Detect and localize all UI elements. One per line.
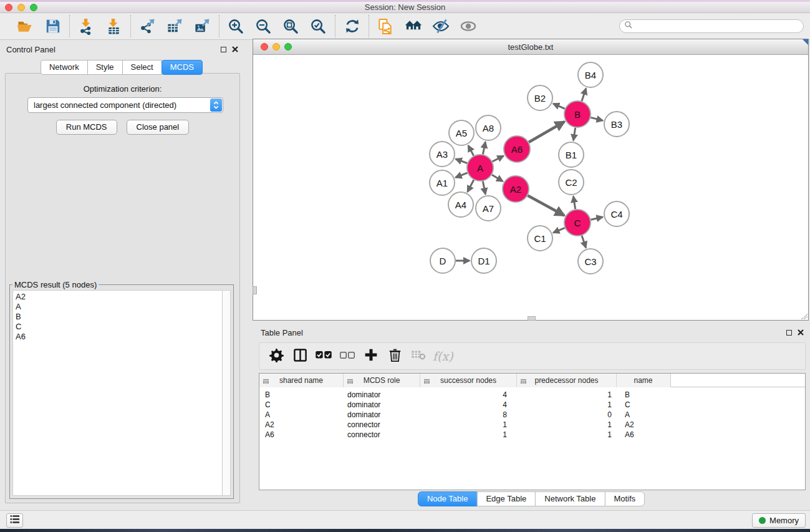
- column-header-successor-nodes[interactable]: successor nodes: [420, 374, 517, 387]
- zoom-in-button[interactable]: [226, 17, 246, 36]
- close-panel-action-button[interactable]: Close panel: [127, 120, 190, 135]
- import-table-button[interactable]: [104, 17, 123, 36]
- graph-edge-B-B1[interactable]: [573, 128, 575, 141]
- network-canvas[interactable]: AA1A2A3A4A5A6A7A8BB1B2B3B4CC1C2C3C4DD1: [253, 56, 808, 320]
- graph-edge-C-C2[interactable]: [573, 196, 575, 210]
- save-session-button[interactable]: [43, 17, 62, 36]
- clone-network-button[interactable]: [376, 17, 395, 36]
- table-panel: Table Panel f(x) shared nameMCDS rolesuc…: [253, 323, 810, 510]
- dropdown-stepper-icon: [210, 99, 222, 112]
- float-panel-button[interactable]: [221, 47, 226, 52]
- graph-edge-B-B3[interactable]: [591, 117, 602, 120]
- table-row[interactable]: Adominator80A: [259, 410, 805, 420]
- table-float-panel-button[interactable]: [786, 330, 792, 336]
- column-header-shared-name[interactable]: shared name: [259, 374, 344, 387]
- search-input[interactable]: [633, 21, 803, 32]
- column-type-icon: [347, 377, 354, 386]
- graph-edge-B-B4[interactable]: [582, 89, 586, 101]
- import-network-button[interactable]: [77, 17, 96, 36]
- graph-edge-A-A7[interactable]: [483, 181, 485, 195]
- graph-node-label-A4: A4: [455, 200, 466, 210]
- criterion-dropdown[interactable]: largest connected component (directed): [27, 97, 223, 113]
- add-row-button[interactable]: [359, 348, 383, 364]
- table-cell: dominator: [344, 410, 420, 420]
- table-settings-icon: [269, 348, 284, 365]
- table-settings-button[interactable]: [264, 348, 288, 365]
- table-row[interactable]: Bdominator41B: [259, 390, 805, 400]
- tab-select[interactable]: Select: [122, 60, 162, 75]
- graph-node-label-A5: A5: [456, 128, 467, 138]
- zoom-fit-icon: [282, 18, 299, 35]
- tab-style[interactable]: Style: [87, 60, 123, 75]
- application-window: Session: New Session Control Panel Netwo…: [0, 0, 810, 532]
- graph-edge-A-A1[interactable]: [455, 173, 467, 178]
- graph-node-label-B3: B3: [611, 119, 622, 130]
- tab-edge-table[interactable]: Edge Table: [476, 491, 536, 506]
- tab-motifs[interactable]: Motifs: [604, 491, 645, 506]
- graph-edge-A-A8[interactable]: [483, 142, 485, 155]
- graph-edge-C-C3[interactable]: [582, 236, 586, 248]
- tab-node-table[interactable]: Node Table: [418, 491, 478, 506]
- network-window-titlebar[interactable]: testGlobe.txt: [253, 39, 808, 55]
- hide-selected-button[interactable]: [431, 17, 450, 36]
- column-header-mcds-role[interactable]: MCDS role: [344, 374, 420, 387]
- zoom-selected-button[interactable]: [309, 17, 328, 36]
- close-panel-button[interactable]: [232, 46, 238, 52]
- refresh-layout-button[interactable]: [342, 17, 362, 36]
- horizontal-scrollbar-toggle[interactable]: [528, 316, 536, 321]
- close-window-button[interactable]: [5, 4, 12, 11]
- column-header-name[interactable]: name: [617, 374, 670, 387]
- table-row[interactable]: A6connector11A6: [259, 430, 805, 440]
- select-all-rows-button[interactable]: [312, 349, 335, 364]
- run-mcds-button[interactable]: Run MCDS: [56, 120, 117, 135]
- zoom-window-button[interactable]: [30, 4, 37, 11]
- result-list-scrollbar[interactable]: [222, 291, 230, 495]
- vertical-scrollbar-toggle[interactable]: [253, 286, 257, 294]
- zoom-fit-button[interactable]: [281, 17, 301, 36]
- graph-edge-A6-B[interactable]: [529, 122, 564, 142]
- graph-edge-B-B2[interactable]: [553, 104, 565, 109]
- delete-row-button[interactable]: [383, 347, 407, 365]
- network-window-title: testGlobe.txt: [508, 42, 554, 52]
- graph-edge-C-C1[interactable]: [553, 228, 564, 233]
- search-box[interactable]: [619, 19, 804, 33]
- table-row[interactable]: A2connector11A2: [259, 420, 805, 430]
- netwin-zoom-button[interactable]: [284, 43, 292, 51]
- export-image-button[interactable]: [193, 17, 212, 36]
- tab-network-table[interactable]: Network Table: [535, 491, 605, 506]
- graph-edge-C-C4[interactable]: [591, 217, 602, 220]
- minimize-window-button[interactable]: [17, 4, 25, 11]
- mcds-result-item[interactable]: B: [13, 312, 221, 322]
- mcds-result-item[interactable]: C: [13, 322, 221, 332]
- graph-edge-A2-C[interactable]: [528, 196, 564, 216]
- netwin-close-button[interactable]: [261, 43, 268, 51]
- show-columns-button[interactable]: [288, 348, 312, 365]
- table-close-panel-button[interactable]: [798, 329, 804, 336]
- table-row[interactable]: Cdominator41C: [259, 400, 805, 410]
- mcds-result-list[interactable]: A2ABCA6: [12, 290, 231, 496]
- tab-mcds[interactable]: MCDS: [162, 60, 203, 75]
- column-header-predecessor-nodes[interactable]: predecessor nodes: [517, 374, 617, 387]
- graph-edge-A-A3[interactable]: [456, 159, 468, 163]
- graph-edge-A-A5[interactable]: [468, 145, 474, 155]
- show-all-button[interactable]: [458, 17, 478, 36]
- task-history-button[interactable]: [6, 513, 23, 528]
- open-session-button[interactable]: [16, 17, 35, 36]
- first-neighbors-button[interactable]: [403, 17, 423, 36]
- graph-node-label-B2: B2: [534, 93, 546, 104]
- graph-edge-A-A6[interactable]: [493, 156, 504, 162]
- unselect-all-rows-button[interactable]: [335, 349, 359, 364]
- netwin-minimize-button[interactable]: [272, 43, 280, 51]
- window-resize-grip[interactable]: [801, 313, 808, 319]
- tab-network[interactable]: Network: [41, 60, 88, 75]
- graph-edge-A-A4[interactable]: [468, 180, 474, 191]
- export-network-button[interactable]: [138, 17, 157, 36]
- graph-edge-A-A2[interactable]: [492, 175, 503, 181]
- mcds-result-item[interactable]: A2: [13, 292, 221, 302]
- mcds-result-item[interactable]: A6: [13, 332, 221, 342]
- memory-button[interactable]: Memory: [752, 513, 806, 528]
- zoom-out-button[interactable]: [254, 17, 273, 36]
- mcds-result-item[interactable]: A: [13, 302, 221, 312]
- column-type-icon: [263, 377, 269, 386]
- export-table-button[interactable]: [165, 17, 185, 36]
